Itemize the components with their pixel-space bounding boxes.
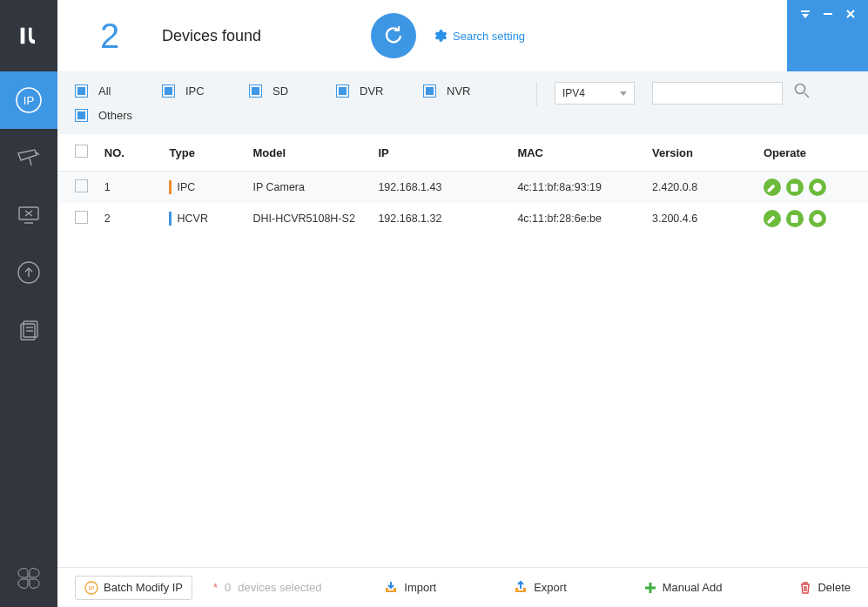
window-controls bbox=[787, 0, 868, 71]
manual-add-label: Manual Add bbox=[663, 581, 723, 594]
filter-others[interactable]: Others bbox=[75, 103, 162, 127]
details-button[interactable] bbox=[786, 179, 804, 196]
gear-icon bbox=[432, 28, 447, 44]
col-mac[interactable]: MAC bbox=[510, 134, 645, 172]
cell-no: 1 bbox=[98, 172, 163, 204]
sidebar-item-templates[interactable] bbox=[0, 301, 57, 359]
edit-button[interactable] bbox=[764, 179, 781, 196]
delete-button[interactable]: Delete bbox=[798, 581, 851, 595]
checkbox-icon bbox=[162, 84, 175, 98]
close-icon[interactable] bbox=[845, 9, 856, 19]
ip-mode-select[interactable]: IPV4 bbox=[555, 82, 635, 105]
sidebar-item-upgrade[interactable] bbox=[0, 244, 57, 301]
sidebar-item-ip[interactable]: IP bbox=[0, 71, 57, 129]
checkbox-icon bbox=[423, 84, 436, 98]
device-table-wrap: NO. Type Model IP MAC Version Operate 1I… bbox=[57, 134, 868, 567]
svg-text:IP: IP bbox=[24, 94, 34, 107]
web-button[interactable] bbox=[809, 210, 826, 227]
ip-mode-value: IPV4 bbox=[562, 87, 585, 99]
svg-line-14 bbox=[804, 93, 809, 98]
dropdown-icon[interactable] bbox=[800, 9, 811, 19]
minimize-icon[interactable] bbox=[823, 9, 833, 19]
import-icon bbox=[383, 580, 399, 596]
cell-mac: 4c:11:bf:28:6e:be bbox=[510, 203, 645, 234]
svg-point-13 bbox=[796, 84, 805, 94]
app-logo bbox=[0, 0, 57, 71]
refresh-button[interactable] bbox=[371, 13, 416, 58]
filter-label: NVR bbox=[447, 84, 470, 98]
batch-modify-label: Batch Modify IP bbox=[104, 581, 183, 594]
cell-ip: 192.168.1.32 bbox=[371, 203, 510, 234]
sidebar-item-tools[interactable] bbox=[0, 186, 57, 244]
delete-label: Delete bbox=[818, 581, 851, 594]
cell-ip: 192.168.1.43 bbox=[371, 172, 510, 204]
cell-no: 2 bbox=[98, 203, 163, 234]
selected-label: devices selected bbox=[238, 581, 321, 594]
checkbox-icon bbox=[249, 84, 262, 98]
web-button[interactable] bbox=[809, 179, 826, 196]
cell-mac: 4c:11:bf:8a:93:19 bbox=[510, 172, 645, 204]
checkbox-icon bbox=[336, 84, 349, 98]
table-row[interactable]: 1IPCIP Camera192.168.1.434c:11:bf:8a:93:… bbox=[57, 172, 868, 204]
col-operate: Operate bbox=[757, 134, 868, 172]
filter-bar: AllIPCSDDVRNVROthers IPV4 bbox=[57, 71, 868, 134]
checkbox-icon bbox=[75, 84, 88, 98]
cell-version: 2.420.0.8 bbox=[645, 172, 757, 204]
cell-type: IPC bbox=[177, 181, 195, 193]
sidebar: IP bbox=[0, 0, 57, 607]
filter-all[interactable]: All bbox=[75, 78, 162, 103]
ip-icon: IP bbox=[84, 581, 98, 595]
row-checkbox[interactable] bbox=[75, 211, 88, 224]
search-icon[interactable] bbox=[793, 82, 811, 103]
col-type[interactable]: Type bbox=[162, 134, 246, 172]
export-label: Export bbox=[534, 581, 567, 594]
search-setting-link[interactable]: Search setting bbox=[432, 28, 525, 44]
col-no[interactable]: NO. bbox=[98, 134, 163, 172]
filter-separator bbox=[536, 82, 537, 106]
import-label: Import bbox=[404, 581, 436, 594]
search-input[interactable] bbox=[652, 82, 783, 105]
chevron-down-icon bbox=[620, 91, 627, 96]
filter-dvr[interactable]: DVR bbox=[336, 78, 423, 103]
export-button[interactable]: Export bbox=[513, 580, 567, 596]
search-setting-label: Search setting bbox=[453, 30, 525, 43]
import-button[interactable]: Import bbox=[383, 580, 436, 596]
row-checkbox[interactable] bbox=[75, 179, 88, 192]
footer: IP Batch Modify IP * 0 devices selected … bbox=[57, 567, 868, 607]
selected-count: 0 bbox=[225, 581, 231, 594]
filter-label: SD bbox=[273, 84, 288, 98]
type-indicator bbox=[169, 180, 172, 194]
edit-button[interactable] bbox=[764, 210, 781, 227]
table-row[interactable]: 2HCVRDHI-HCVR5108H-S2192.168.1.324c:11:b… bbox=[57, 203, 868, 234]
cell-model: DHI-HCVR5108H-S2 bbox=[246, 203, 371, 234]
details-button[interactable] bbox=[786, 210, 804, 227]
cell-model: IP Camera bbox=[246, 172, 371, 204]
filter-ipc[interactable]: IPC bbox=[162, 78, 249, 103]
filter-label: Others bbox=[98, 109, 132, 122]
header-title: Devices found bbox=[162, 27, 261, 45]
col-version[interactable]: Version bbox=[645, 134, 757, 172]
sidebar-item-apps[interactable] bbox=[0, 550, 57, 607]
filter-label: DVR bbox=[360, 84, 383, 98]
main-area: 2 Devices found Search setting AllIPCSDD… bbox=[57, 0, 868, 607]
filter-sd[interactable]: SD bbox=[249, 78, 336, 103]
filter-nvr[interactable]: NVR bbox=[423, 78, 510, 103]
svg-rect-9 bbox=[801, 10, 810, 12]
export-icon bbox=[513, 580, 528, 596]
select-all-checkbox[interactable] bbox=[75, 145, 88, 158]
col-model[interactable]: Model bbox=[246, 134, 371, 172]
manual-add-button[interactable]: Manual Add bbox=[643, 581, 723, 595]
header: 2 Devices found Search setting bbox=[57, 0, 868, 71]
selection-info: * 0 devices selected bbox=[213, 581, 321, 594]
sidebar-item-camera[interactable] bbox=[0, 129, 57, 186]
plus-icon bbox=[643, 581, 657, 595]
svg-text:IP: IP bbox=[89, 585, 95, 591]
filter-label: All bbox=[98, 84, 111, 98]
filter-label: IPC bbox=[185, 84, 205, 98]
type-indicator bbox=[169, 212, 172, 226]
batch-modify-ip-button[interactable]: IP Batch Modify IP bbox=[75, 576, 192, 600]
checkbox-icon bbox=[75, 109, 88, 122]
col-ip[interactable]: IP bbox=[371, 134, 510, 172]
cell-version: 3.200.4.6 bbox=[645, 203, 757, 234]
trash-icon bbox=[798, 581, 812, 595]
